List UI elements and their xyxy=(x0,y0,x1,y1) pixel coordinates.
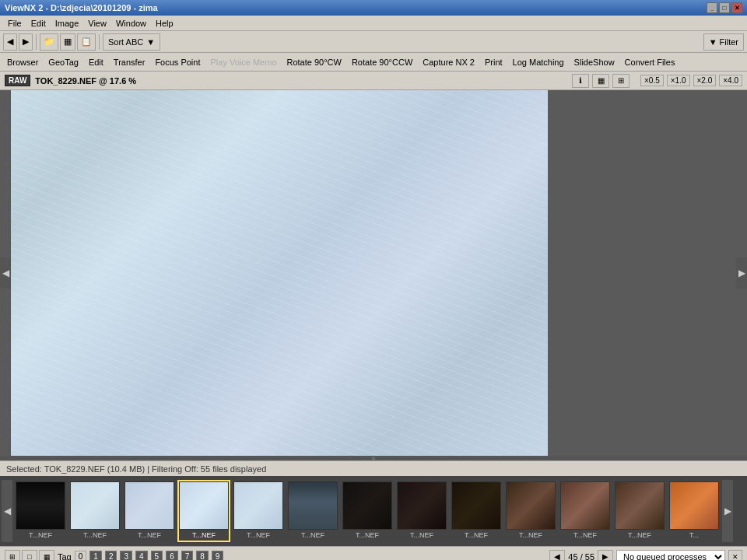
zoom-1-0[interactable]: ×1.0 xyxy=(667,75,690,86)
menu-edit[interactable]: Edit xyxy=(26,17,51,30)
thumbnail-10[interactable]: T...NEF xyxy=(559,480,612,542)
histogram-button[interactable]: ▦ xyxy=(592,74,609,88)
zoom-4-0[interactable]: ×4.0 xyxy=(719,75,742,86)
view-toggle[interactable]: ▦ xyxy=(60,33,75,51)
tag-4-button[interactable]: 4 xyxy=(135,551,148,560)
status-text: Selected: TOK_8229.NEF (10.4 MB) | Filte… xyxy=(6,464,266,474)
forward-button[interactable]: ▶ xyxy=(19,33,33,51)
tb2-capturenx2[interactable]: Capture NX 2 xyxy=(419,56,479,68)
thumb-img-4 xyxy=(233,481,283,530)
menu-bar: File Edit Image View Window Help xyxy=(0,16,747,31)
thumb-img-1 xyxy=(70,481,120,530)
thumbnail-6[interactable]: T...NEF xyxy=(341,480,394,542)
tag-8-button[interactable]: 8 xyxy=(196,551,209,560)
info-button[interactable]: ℹ xyxy=(572,74,589,88)
thumbnail-0[interactable]: T...NEF xyxy=(14,480,67,542)
thumb-img-3 xyxy=(179,481,229,530)
tag-6-button[interactable]: 6 xyxy=(166,551,178,560)
tag-9-button[interactable]: 9 xyxy=(212,551,224,560)
tb2-convert[interactable]: Convert Files xyxy=(621,56,679,68)
tb2-browser[interactable]: Browser xyxy=(3,56,42,68)
zoom-0-5[interactable]: ×0.5 xyxy=(640,75,664,86)
separator2 xyxy=(99,34,100,50)
view-compare-button[interactable]: ▦ xyxy=(39,550,54,561)
thumb-img-5 xyxy=(288,481,338,530)
filter-icon: ▼ xyxy=(709,37,717,47)
menu-window[interactable]: Window xyxy=(111,17,151,30)
tag-7-button[interactable]: 7 xyxy=(181,551,194,560)
tb2-rotate-ccw[interactable]: Rotate 90°CCW xyxy=(348,56,416,68)
tag-bar: ⊞ □ ▦ Tag 0 1 2 3 4 5 6 7 8 9 ◀ 45 / 55 … xyxy=(0,546,747,560)
thumbnail-3[interactable]: T...NEF xyxy=(177,480,230,542)
menu-help[interactable]: Help xyxy=(151,17,178,30)
thumb-label-9: T...NEF xyxy=(519,531,542,539)
maximize-button[interactable]: □ xyxy=(719,2,730,13)
minimize-button[interactable]: _ xyxy=(707,2,717,13)
prev-image-button[interactable]: ◀ xyxy=(0,257,11,289)
thumbnail-1[interactable]: T...NEF xyxy=(68,480,121,542)
thumbnail-12[interactable]: T... xyxy=(668,480,721,542)
thumb-label-7: T...NEF xyxy=(410,531,433,539)
prev-page-button[interactable]: ◀ xyxy=(549,550,565,561)
tb2-geotag[interactable]: GeoTag xyxy=(44,56,82,68)
zoom-2-0[interactable]: ×2.0 xyxy=(693,75,717,86)
thumb-label-2: T...NEF xyxy=(138,531,161,539)
thumb-img-12 xyxy=(669,481,719,530)
tag-1-button[interactable]: 1 xyxy=(89,551,102,560)
menu-view[interactable]: View xyxy=(83,17,111,30)
thumbnail-4[interactable]: T...NEF xyxy=(232,480,285,542)
thumb-img-7 xyxy=(397,481,447,530)
upload-button[interactable]: 📁 xyxy=(40,33,58,51)
tag-3-button[interactable]: 3 xyxy=(120,551,132,560)
sort-label: Sort ABC xyxy=(108,37,143,47)
thumb-scroll-right[interactable]: ▶ xyxy=(722,480,733,542)
tb2-edit[interactable]: Edit xyxy=(85,56,107,68)
back-button[interactable]: ◀ xyxy=(3,33,17,51)
copy-button[interactable]: 📋 xyxy=(77,33,96,51)
main-photo xyxy=(11,90,548,456)
menu-file[interactable]: File xyxy=(3,17,26,30)
thumbnail-8[interactable]: T...NEF xyxy=(450,480,503,542)
view-single-button[interactable]: □ xyxy=(22,550,37,561)
tag-0-button[interactable]: 0 xyxy=(75,551,87,560)
thumbnail-11[interactable]: T...NEF xyxy=(613,480,666,542)
thumbnail-7[interactable]: T...NEF xyxy=(395,480,448,542)
sort-button[interactable]: Sort ABC ▼ xyxy=(103,33,160,51)
thumb-label-11: T...NEF xyxy=(628,531,651,539)
queue-dropdown[interactable]: No queued processes xyxy=(616,550,725,561)
thumb-img-2 xyxy=(124,481,174,530)
filter-button[interactable]: ▼ Filter xyxy=(703,33,744,51)
tb2-slideshow[interactable]: SlideShow xyxy=(570,56,619,68)
tag-5-button[interactable]: 5 xyxy=(151,551,163,560)
tb2-logmatching[interactable]: Log Matching xyxy=(509,56,568,68)
tb2-transfer[interactable]: Transfer xyxy=(110,56,149,68)
window-controls: _ □ ✕ xyxy=(707,2,742,13)
thumb-label-10: T...NEF xyxy=(573,531,597,539)
tb2-rotate-cw[interactable]: Rotate 90°CW xyxy=(282,56,345,68)
toolbar1: ◀ ▶ 📁 ▦ 📋 Sort ABC ▼ ▼ Filter xyxy=(0,31,747,53)
thumb-label-6: T...NEF xyxy=(356,531,379,539)
thumb-label-0: T...NEF xyxy=(29,531,52,539)
thumb-label-1: T...NEF xyxy=(83,531,107,539)
view-grid-button[interactable]: ⊞ xyxy=(5,550,20,561)
menu-image[interactable]: Image xyxy=(51,17,84,30)
toolbar2: Browser GeoTag Edit Transfer Focus Point… xyxy=(0,53,747,72)
thumb-img-0 xyxy=(16,481,65,530)
thumbnail-9[interactable]: T...NEF xyxy=(504,480,557,542)
thumbnail-strip: ◀ T...NEF T...NEF T...NEF T...NEF T...NE… xyxy=(0,476,747,546)
tb2-focuspoint[interactable]: Focus Point xyxy=(151,56,204,68)
thumbnail-2[interactable]: T...NEF xyxy=(123,480,176,542)
raw-badge: RAW xyxy=(5,75,30,86)
thumbnail-5[interactable]: T...NEF xyxy=(286,480,339,542)
queue-close-button[interactable]: ✕ xyxy=(728,550,742,561)
next-page-button[interactable]: ▶ xyxy=(598,550,613,561)
next-image-button[interactable]: ▶ xyxy=(736,257,747,289)
view-mode-button[interactable]: ⊞ xyxy=(612,74,630,88)
close-button[interactable]: ✕ xyxy=(731,2,742,13)
image-viewport xyxy=(0,90,747,456)
tag-2-button[interactable]: 2 xyxy=(105,551,117,560)
tb2-print[interactable]: Print xyxy=(481,56,507,68)
thumb-label-5: T...NEF xyxy=(301,531,324,539)
page-info: 45 / 55 xyxy=(568,552,594,561)
thumb-scroll-left[interactable]: ◀ xyxy=(2,480,12,542)
